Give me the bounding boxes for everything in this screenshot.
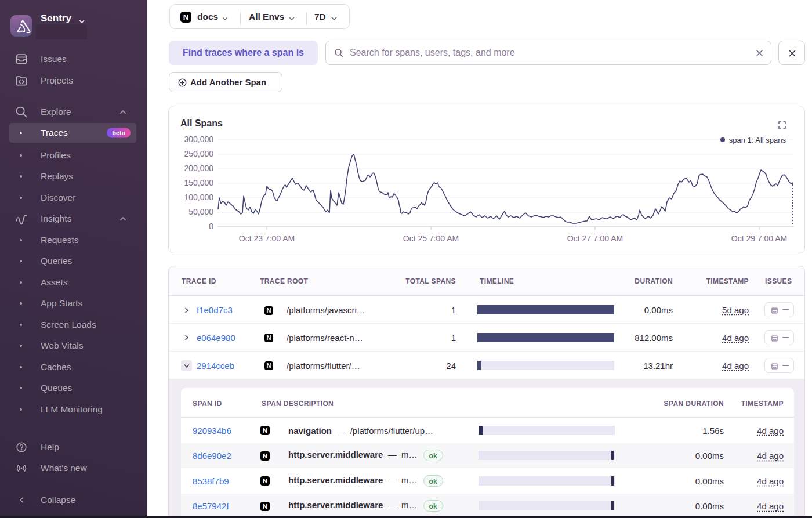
svg-text:50,000: 50,000	[188, 207, 213, 216]
svg-text:150,000: 150,000	[184, 178, 213, 187]
svg-text:100,000: 100,000	[184, 193, 213, 202]
svg-text:300,000: 300,000	[184, 135, 213, 144]
svg-text:Oct 25 7:00 AM: Oct 25 7:00 AM	[403, 234, 459, 243]
svg-text:Oct 23 7:00 AM: Oct 23 7:00 AM	[239, 234, 295, 243]
svg-text:200,000: 200,000	[184, 164, 213, 173]
svg-text:Oct 29 7:00 AM: Oct 29 7:00 AM	[731, 234, 788, 243]
svg-text:250,000: 250,000	[184, 149, 213, 158]
svg-text:Oct 27 7:00 AM: Oct 27 7:00 AM	[567, 234, 624, 243]
svg-text:0: 0	[209, 222, 213, 231]
